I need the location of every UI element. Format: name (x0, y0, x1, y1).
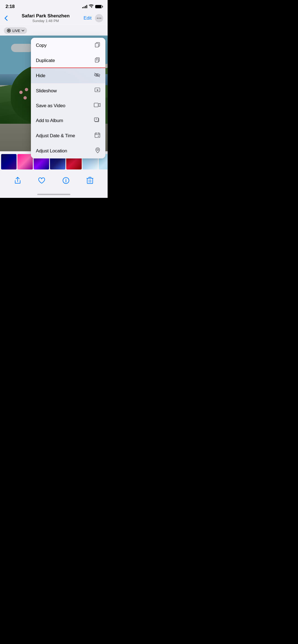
signal-bars-icon (82, 5, 87, 8)
nav-title-group: Safari Park Shenzhen Sunday 1:48 PM (22, 13, 70, 23)
bottom-toolbar (0, 171, 108, 192)
svg-point-0 (97, 18, 98, 19)
save-video-label: Save as Video (36, 103, 65, 109)
svg-point-1 (99, 18, 100, 19)
home-indicator (0, 192, 108, 198)
nav-bar: Safari Park Shenzhen Sunday 1:48 PM Edit (0, 11, 108, 26)
svg-point-30 (65, 179, 66, 180)
photo-container: Copy Duplicate (0, 36, 108, 151)
duplicate-label: Duplicate (36, 58, 55, 63)
context-menu: Copy Duplicate (31, 38, 105, 158)
photo-toolbar: LIVE (0, 26, 108, 36)
hide-icon (94, 72, 100, 79)
wifi-icon (89, 4, 94, 9)
adjust-location-label: Adjust Location (36, 148, 67, 154)
adjust-date-label: Adjust Date & Time (36, 133, 75, 139)
menu-item-save-video[interactable]: Save as Video (31, 98, 105, 113)
battery-icon (95, 5, 102, 8)
copy-label: Copy (36, 43, 47, 48)
svg-point-2 (100, 18, 101, 19)
svg-point-5 (9, 30, 9, 31)
duplicate-icon (94, 57, 100, 64)
status-bar: 2:18 (0, 0, 108, 11)
add-album-icon (94, 117, 100, 124)
location-icon (95, 147, 100, 155)
menu-item-hide[interactable]: Hide (31, 68, 105, 83)
menu-item-add-album[interactable]: Add to Album (31, 113, 105, 128)
more-button[interactable] (95, 14, 103, 22)
add-album-label: Add to Album (36, 118, 63, 123)
svg-rect-16 (94, 103, 98, 107)
menu-item-adjust-date[interactable]: Adjust Date & Time (31, 128, 105, 143)
nav-actions: Edit (84, 14, 103, 22)
status-time: 2:18 (6, 4, 15, 9)
menu-item-slideshow[interactable]: Slideshow (31, 83, 105, 98)
share-button[interactable] (12, 174, 24, 187)
home-bar (37, 194, 70, 195)
copy-icon (94, 42, 100, 49)
like-button[interactable] (36, 174, 48, 187)
filmstrip-thumb[interactable] (17, 154, 33, 169)
svg-rect-31 (87, 178, 93, 184)
delete-button[interactable] (84, 174, 96, 187)
nav-title: Safari Park Shenzhen (22, 13, 70, 19)
back-button[interactable] (4, 15, 8, 21)
slideshow-label: Slideshow (36, 88, 57, 94)
hide-label: Hide (36, 73, 45, 79)
info-button[interactable] (60, 174, 72, 187)
menu-item-copy[interactable]: Copy (31, 38, 105, 53)
slideshow-icon (94, 87, 100, 95)
live-badge[interactable]: LIVE (4, 27, 27, 34)
page-wrapper: 2:18 (0, 0, 108, 198)
video-icon (94, 102, 100, 109)
filmstrip-thumb[interactable] (1, 154, 17, 169)
svg-rect-22 (95, 133, 100, 138)
live-label: LIVE (12, 29, 20, 33)
menu-item-adjust-location[interactable]: Adjust Location (31, 143, 105, 158)
status-icons (82, 4, 102, 9)
svg-rect-7 (95, 43, 99, 47)
edit-button[interactable]: Edit (84, 15, 92, 21)
calendar-icon (94, 132, 100, 139)
nav-subtitle: Sunday 1:48 PM (22, 19, 70, 23)
menu-item-duplicate[interactable]: Duplicate (31, 53, 105, 68)
svg-marker-17 (98, 103, 100, 107)
